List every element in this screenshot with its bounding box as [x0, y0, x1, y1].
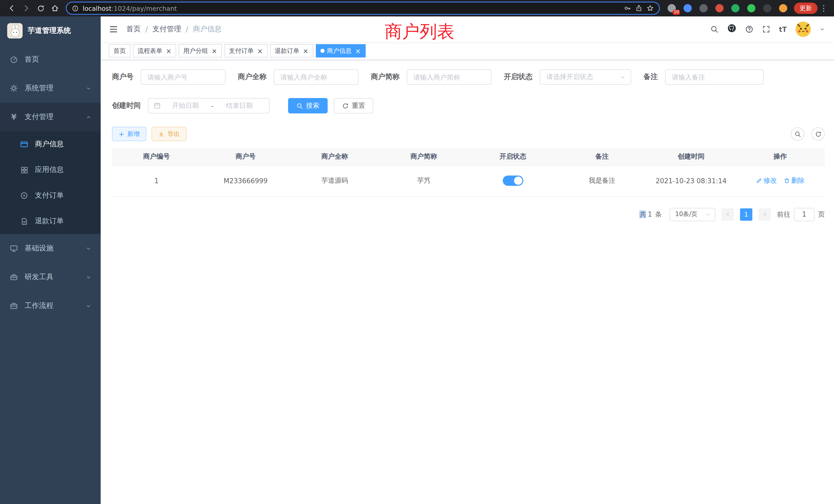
tab-label: 首页: [113, 46, 126, 55]
delete-link[interactable]: 删除: [784, 176, 805, 185]
next-page-button[interactable]: [759, 208, 771, 221]
dashboard-icon: [9, 55, 19, 64]
col-header: 商户编号: [112, 148, 201, 165]
remark-label: 备注: [643, 72, 658, 82]
sidebar-item-merchant-info[interactable]: 商户信息: [0, 131, 101, 157]
close-icon[interactable]: ×: [355, 47, 361, 54]
col-header: 创建时间: [646, 148, 736, 165]
bookmark-star-icon[interactable]: [646, 5, 654, 12]
hamburger-icon[interactable]: [101, 25, 126, 34]
password-key-icon[interactable]: [624, 5, 631, 12]
back-button[interactable]: [5, 2, 19, 15]
chevron-down-icon: [86, 303, 91, 309]
extension-icon[interactable]: [699, 4, 708, 13]
goto-page-input[interactable]: [794, 208, 814, 221]
url-path: :1024/pay/merchant: [111, 4, 177, 12]
search-icon[interactable]: [710, 25, 719, 33]
reset-button-label: 重置: [352, 101, 365, 110]
sidebar-item-payment[interactable]: ¥ 支付管理: [0, 102, 101, 131]
breadcrumb-current: 商户信息: [193, 25, 222, 34]
reload-button[interactable]: [34, 2, 47, 15]
close-icon[interactable]: ×: [303, 47, 308, 54]
tab-label: 退款订单: [275, 46, 299, 55]
app-logo[interactable]: 芋道管理系统: [0, 17, 101, 45]
sidebar-item-infrastructure[interactable]: 基础设施: [0, 234, 101, 263]
table-toolbar: + 新增 导出: [112, 127, 825, 141]
logo-avatar: [7, 23, 23, 39]
pagination-total: 共1条: [640, 210, 663, 219]
prev-page-button[interactable]: [722, 208, 734, 221]
col-header: 商户简称: [379, 148, 468, 165]
full-name-input[interactable]: [274, 69, 358, 85]
close-icon[interactable]: ×: [257, 47, 263, 54]
create-time-range-picker[interactable]: 开始日期 - 结束日期: [148, 98, 270, 113]
extension-icon[interactable]: [731, 4, 740, 13]
page-size-select[interactable]: 10条/页: [670, 208, 716, 221]
help-icon[interactable]: [745, 25, 753, 33]
extension-icon[interactable]: [778, 4, 788, 13]
breadcrumb-separator: /: [145, 25, 148, 33]
home-button[interactable]: [48, 2, 62, 15]
browser-update-button[interactable]: 更新: [794, 3, 817, 14]
url-host: localhost: [83, 4, 111, 12]
cell-short-name: 芋艿: [379, 165, 468, 196]
sidebar-item-dev-tools[interactable]: 研发工具: [0, 263, 101, 292]
tab-user-group[interactable]: 用户分组×: [179, 44, 222, 58]
github-icon[interactable]: [727, 24, 737, 35]
short-name-input[interactable]: [407, 69, 491, 85]
tab-process-form[interactable]: 流程表单×: [133, 44, 176, 58]
forward-button[interactable]: [20, 2, 33, 15]
caret-down-icon[interactable]: [820, 27, 825, 32]
status-toggle[interactable]: [503, 176, 523, 186]
sidebar-item-home[interactable]: 首页: [0, 45, 101, 74]
tab-merchant-info[interactable]: 商户信息×: [315, 44, 366, 58]
date-end-placeholder: 结束日期: [215, 101, 264, 110]
cell-remark: 我是备注: [557, 165, 646, 196]
site-info-icon[interactable]: [72, 5, 79, 12]
add-button[interactable]: + 新增: [112, 127, 146, 141]
browser-menu-icon[interactable]: ⋮: [818, 4, 829, 13]
breadcrumb-item[interactable]: 支付管理: [152, 25, 181, 34]
col-header: 商户全称: [290, 148, 379, 165]
tab-label: 支付订单: [229, 46, 254, 55]
remark-input[interactable]: [665, 69, 764, 85]
search-button[interactable]: 搜索: [288, 98, 328, 113]
tab-refund-order[interactable]: 退款订单×: [270, 44, 313, 58]
status-select[interactable]: 请选择开启状态: [540, 69, 631, 85]
edit-link[interactable]: 修改: [756, 176, 777, 185]
extension-icon[interactable]: 10: [667, 4, 676, 13]
sidebar-item-refund-order[interactable]: 退款订单: [0, 208, 101, 234]
extension-icon[interactable]: [683, 4, 692, 13]
export-button[interactable]: 导出: [152, 127, 186, 141]
sidebar-item-system[interactable]: 系统管理: [0, 74, 101, 102]
refresh-button[interactable]: [811, 127, 825, 141]
filter-row-2: 创建时间 开始日期 - 结束日期 搜索 重置: [112, 98, 825, 113]
page-number-button[interactable]: 1: [740, 208, 752, 221]
tab-pay-order[interactable]: 支付订单×: [224, 44, 267, 58]
merchant-no-input[interactable]: [141, 69, 225, 85]
gear-icon: [9, 84, 19, 92]
sidebar-item-pay-order[interactable]: 支付订单: [0, 183, 101, 208]
extension-icon[interactable]: [715, 4, 724, 13]
tab-home[interactable]: 首页: [109, 44, 130, 58]
breadcrumb-item[interactable]: 首页: [126, 25, 141, 34]
toggle-search-button[interactable]: [791, 127, 804, 141]
fullscreen-icon[interactable]: [762, 25, 770, 33]
briefcase-icon: [9, 302, 19, 310]
app-title: 芋道管理系统: [28, 26, 71, 36]
delete-link-label: 删除: [791, 176, 805, 185]
extension-icon[interactable]: [763, 4, 772, 13]
close-icon[interactable]: ×: [212, 47, 217, 54]
sidebar-item-workflow[interactable]: 工作流程: [0, 292, 101, 320]
sidebar-item-app-info[interactable]: 应用信息: [0, 157, 101, 183]
font-size-icon[interactable]: tT: [779, 25, 787, 33]
reset-button[interactable]: 重置: [334, 98, 373, 113]
close-icon[interactable]: ×: [166, 47, 172, 54]
address-bar[interactable]: localhost:1024/pay/merchant: [66, 2, 660, 15]
extension-icon[interactable]: [747, 4, 756, 13]
pagination: 共1条 10条/页 1 前往 页: [112, 208, 825, 221]
col-header: 开启状态: [468, 148, 557, 165]
user-avatar[interactable]: [795, 22, 811, 37]
total-suffix: 条: [655, 210, 662, 218]
share-icon[interactable]: [635, 5, 642, 12]
